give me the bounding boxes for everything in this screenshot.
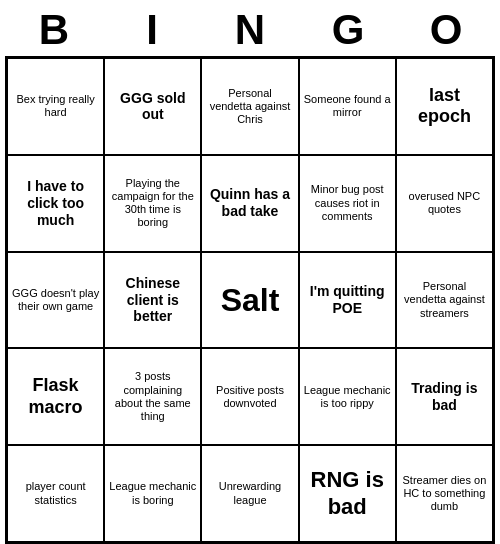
letter-g: G — [303, 6, 393, 54]
bingo-cell: RNG is bad — [299, 445, 396, 542]
bingo-cell: Positive posts downvoted — [201, 348, 298, 445]
bingo-cell: player count statistics — [7, 445, 104, 542]
letter-n: N — [205, 6, 295, 54]
letter-i: I — [107, 6, 197, 54]
bingo-cell: last epoch — [396, 58, 493, 155]
bingo-cell: Streamer dies on HC to something dumb — [396, 445, 493, 542]
bingo-cell: I'm quitting POE — [299, 252, 396, 349]
bingo-cell: Someone found a mirror — [299, 58, 396, 155]
bingo-grid: Bex trying really hardGGG sold outPerson… — [5, 56, 495, 544]
bingo-cell: Quinn has a bad take — [201, 155, 298, 252]
bingo-header: B I N G O — [5, 0, 495, 56]
bingo-cell: Personal vendetta against streamers — [396, 252, 493, 349]
bingo-cell: GGG sold out — [104, 58, 201, 155]
bingo-cell: 3 posts complaining about the same thing — [104, 348, 201, 445]
bingo-cell: Unrewarding league — [201, 445, 298, 542]
letter-b: B — [9, 6, 99, 54]
bingo-cell: Flask macro — [7, 348, 104, 445]
bingo-cell: GGG doesn't play their own game — [7, 252, 104, 349]
bingo-cell: I have to click too much — [7, 155, 104, 252]
bingo-cell: League mechanic is too rippy — [299, 348, 396, 445]
bingo-cell: Playing the campaign for the 30th time i… — [104, 155, 201, 252]
bingo-cell: overused NPC quotes — [396, 155, 493, 252]
bingo-cell: Minor bug post causes riot in comments — [299, 155, 396, 252]
bingo-cell: Bex trying really hard — [7, 58, 104, 155]
bingo-cell: Personal vendetta against Chris — [201, 58, 298, 155]
bingo-cell: Trading is bad — [396, 348, 493, 445]
letter-o: O — [401, 6, 491, 54]
bingo-cell: League mechanic is boring — [104, 445, 201, 542]
bingo-cell: Chinese client is better — [104, 252, 201, 349]
bingo-cell: Salt — [201, 252, 298, 349]
